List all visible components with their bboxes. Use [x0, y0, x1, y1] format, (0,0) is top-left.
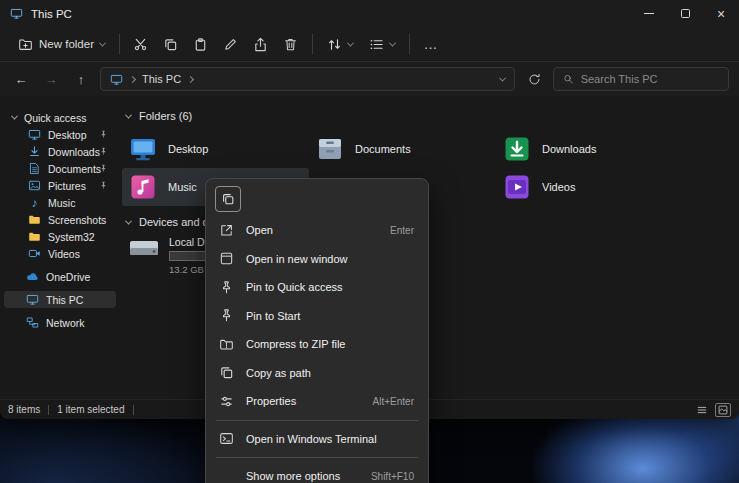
menu-item-open-in-windows-terminal[interactable]: Open in Windows Terminal [206, 425, 428, 454]
titlebar[interactable]: This PC × [0, 0, 739, 27]
sidebar-item-music[interactable]: ♪ Music [4, 194, 116, 211]
sidebar-item-onedrive[interactable]: OneDrive [4, 268, 116, 285]
sidebar-item-system32[interactable]: System32 [4, 228, 116, 245]
sidebar-item-downloads[interactable]: Downloads [4, 143, 116, 160]
view-button[interactable] [361, 33, 403, 56]
folder-name: Downloads [542, 143, 596, 155]
sort-button[interactable] [319, 33, 361, 56]
chevron-down-icon [99, 39, 106, 46]
search-input[interactable] [581, 73, 719, 85]
more-options-button[interactable]: … [416, 31, 446, 57]
this-pc-icon [110, 73, 123, 86]
folder-name: Documents [355, 143, 411, 155]
folder-name: Desktop [168, 143, 208, 155]
open-icon [218, 223, 234, 238]
new-folder-button[interactable]: New folder [10, 33, 113, 56]
command-bar: New folder … [0, 27, 739, 62]
music-icon: ♪ [28, 197, 41, 209]
more-icon: … [423, 36, 438, 52]
sidebar-item-label: Screenshots [48, 214, 106, 226]
sidebar-item-videos[interactable]: Videos [4, 245, 116, 262]
context-quick-actions [206, 179, 428, 216]
maximize-button[interactable] [667, 0, 703, 27]
menu-item-pin-to-start[interactable]: Pin to Start [206, 302, 428, 331]
documents-folder-icon [315, 134, 345, 164]
paste-button[interactable] [186, 31, 216, 57]
chevron-down-icon [347, 39, 354, 46]
folders-section-header[interactable]: Folders (6) [126, 108, 739, 124]
forward-button[interactable]: → [40, 67, 62, 91]
address-dropdown-icon[interactable] [499, 74, 506, 81]
pin-icon [99, 164, 108, 173]
up-button[interactable]: ↑ [70, 67, 92, 91]
sidebar-item-quick-access[interactable]: Quick access [4, 109, 116, 126]
pin-icon [218, 308, 234, 323]
sort-icon [327, 37, 342, 52]
share-button[interactable] [246, 31, 276, 57]
toolbar-divider [119, 34, 120, 54]
copy-icon [163, 37, 178, 52]
this-pc-app-icon [10, 7, 23, 20]
menu-item-copy-as-path[interactable]: Copy as path [206, 359, 428, 388]
pin-icon [99, 130, 108, 139]
network-icon [26, 316, 39, 329]
rename-button[interactable] [216, 31, 246, 57]
sidebar-item-desktop[interactable]: Desktop [4, 126, 116, 143]
search-box[interactable] [553, 67, 729, 91]
cut-button[interactable] [126, 31, 156, 57]
menu-separator [216, 420, 418, 421]
address-bar[interactable]: This PC [100, 67, 515, 91]
chevron-down-icon[interactable] [125, 111, 132, 118]
downloads-folder-icon [502, 134, 532, 164]
statusbar-divider [133, 405, 134, 415]
sidebar-item-this-pc[interactable]: This PC [4, 291, 116, 308]
folder-tile-videos[interactable]: Videos [496, 168, 683, 206]
close-button[interactable]: × [703, 0, 739, 27]
folder-name: Music [168, 181, 197, 193]
sidebar-item-label: Videos [48, 248, 80, 260]
navigation-bar: ← → ↑ This PC [0, 62, 739, 96]
folder-icon [28, 230, 41, 243]
menu-separator [216, 457, 418, 458]
sidebar-item-label: Documents [48, 163, 101, 175]
details-view-button[interactable] [694, 403, 710, 417]
chevron-down-icon[interactable] [11, 113, 18, 120]
delete-button[interactable] [276, 31, 306, 57]
sidebar-item-network[interactable]: Network [4, 314, 116, 331]
details-view-icon [696, 404, 708, 416]
back-button[interactable]: ← [10, 67, 32, 91]
breadcrumb[interactable]: This PC [142, 73, 181, 85]
minimize-button[interactable] [631, 0, 667, 27]
refresh-icon [528, 73, 541, 86]
menu-item-shortcut: Alt+Enter [373, 396, 414, 407]
copy-quick-action-button[interactable] [215, 186, 241, 212]
pictures-icon [28, 179, 41, 192]
folder-tile-desktop[interactable]: Desktop [122, 130, 309, 168]
sidebar-item-label: This PC [46, 294, 83, 306]
folder-tile-downloads[interactable]: Downloads [496, 130, 683, 168]
menu-item-open[interactable]: Open Enter [206, 216, 428, 245]
chevron-down-icon[interactable] [125, 217, 132, 224]
new-folder-label: New folder [39, 38, 94, 50]
menu-item-compress-to-zip[interactable]: Compress to ZIP file [206, 330, 428, 359]
refresh-button[interactable] [523, 67, 545, 91]
menu-item-open-in-new-window[interactable]: Open in new window [206, 245, 428, 274]
sidebar-item-label: Downloads [48, 146, 100, 158]
chevron-down-icon [389, 39, 396, 46]
onedrive-cloud-icon [26, 270, 39, 284]
thumbnails-view-button[interactable] [715, 403, 731, 417]
folder-tile-documents[interactable]: Documents [309, 130, 496, 168]
sidebar-item-documents[interactable]: Documents [4, 160, 116, 177]
copy-path-icon [218, 365, 234, 380]
hard-drive-icon [128, 236, 160, 262]
sidebar-item-pictures[interactable]: Pictures [4, 177, 116, 194]
menu-item-properties[interactable]: Properties Alt+Enter [206, 387, 428, 416]
menu-item-pin-to-quick-access[interactable]: Pin to Quick access [206, 273, 428, 302]
paste-icon [193, 37, 208, 52]
menu-item-show-more-options[interactable]: Show more options Shift+F10 [206, 462, 428, 483]
maximize-icon [681, 9, 690, 18]
videos-icon [28, 247, 41, 260]
sidebar-item-screenshots[interactable]: Screenshots [4, 211, 116, 228]
copy-button[interactable] [156, 31, 186, 57]
menu-item-shortcut: Shift+F10 [371, 471, 414, 482]
